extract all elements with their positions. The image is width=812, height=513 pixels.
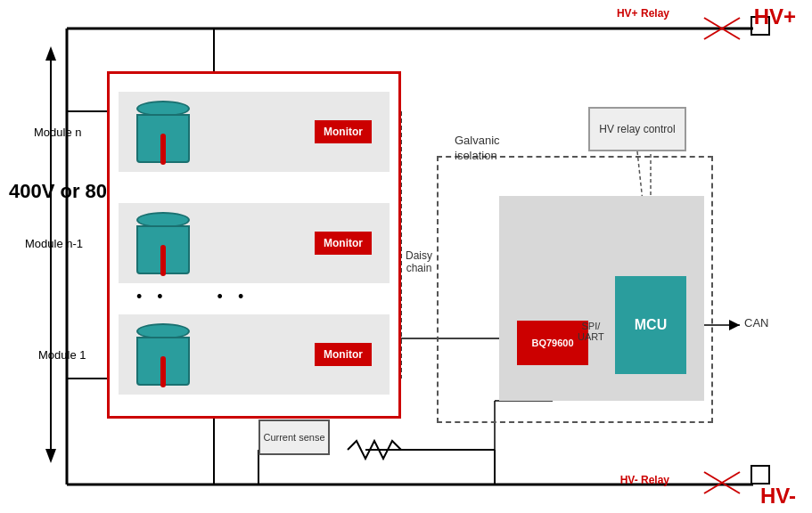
hv-plus-big-label: HV+ — [754, 4, 796, 29]
module-row-n: Module n Monitor — [119, 92, 390, 172]
battery-body-1 — [136, 337, 190, 386]
thermometer-n1 — [160, 245, 166, 276]
monitor-box-n1: Monitor — [315, 232, 372, 255]
hv-relay-control-box: HV relay control — [588, 107, 686, 151]
module-stack: Module n Monitor Module n-1 Monitor — [107, 71, 401, 419]
svg-marker-2 — [45, 449, 56, 463]
svg-line-41 — [704, 472, 740, 493]
thermometer-1 — [160, 356, 166, 387]
monitor-box-1: Monitor — [315, 343, 372, 366]
hv-minus-big-label: HV- — [760, 484, 796, 509]
current-sense-box: Current sense — [258, 419, 330, 455]
svg-marker-1 — [45, 46, 56, 61]
battery-1 — [136, 323, 190, 386]
hv-minus-relay-label: HV- Relay — [620, 474, 669, 486]
module-row-n1: Module n-1 Monitor — [119, 203, 390, 283]
monitor-box-n: Monitor — [315, 120, 372, 143]
module-n1-label: Module n-1 — [25, 237, 83, 250]
module-1-label: Module 1 — [38, 348, 86, 362]
battery-body-n1 — [136, 225, 190, 274]
svg-marker-27 — [729, 320, 740, 330]
mcu-box: MCU — [615, 276, 686, 374]
svg-line-38 — [704, 18, 740, 39]
can-label: CAN — [744, 316, 768, 330]
module-row-1: Module 1 Monitor — [119, 314, 390, 395]
hv-plus-relay-label: HV+ Relay — [617, 7, 669, 20]
galvanic-isolation-label: Galvanic isolation — [455, 134, 500, 164]
svg-line-40 — [704, 472, 740, 493]
battery-n — [136, 101, 190, 163]
svg-line-39 — [704, 18, 740, 39]
module-n-label: Module n — [34, 126, 81, 139]
thermometer-n — [160, 134, 166, 165]
dots-row: • • • • — [136, 288, 249, 306]
daisy-chain-label: Daisy chain — [406, 249, 432, 274]
battery-n1 — [136, 212, 190, 274]
battery-body-n — [136, 114, 190, 163]
svg-rect-43 — [751, 466, 769, 484]
spi-uart-label: SPI/ UART — [578, 321, 604, 342]
